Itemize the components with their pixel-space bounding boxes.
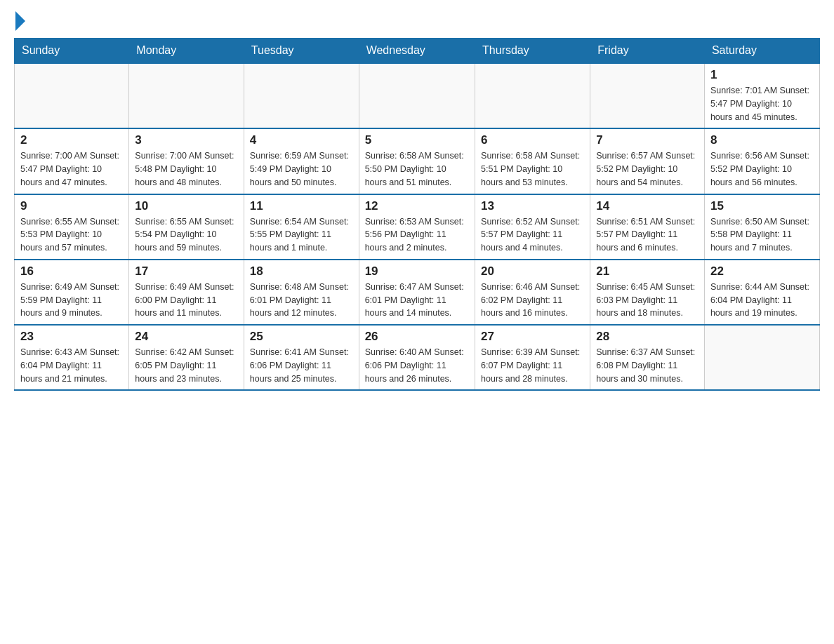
calendar-header-wednesday: Wednesday	[359, 39, 475, 64]
day-info: Sunrise: 6:58 AM Sunset: 5:51 PM Dayligh…	[481, 149, 584, 189]
day-number: 3	[135, 133, 238, 147]
calendar-week-row: 2Sunrise: 7:00 AM Sunset: 5:47 PM Daylig…	[15, 128, 820, 194]
calendar-header-monday: Monday	[129, 39, 244, 64]
calendar-cell: 20Sunrise: 6:46 AM Sunset: 6:02 PM Dayli…	[475, 260, 590, 325]
logo	[14, 14, 25, 31]
calendar-cell: 14Sunrise: 6:51 AM Sunset: 5:57 PM Dayli…	[590, 194, 705, 260]
calendar-cell: 6Sunrise: 6:58 AM Sunset: 5:51 PM Daylig…	[475, 128, 590, 194]
day-number: 21	[596, 264, 699, 279]
day-info: Sunrise: 6:58 AM Sunset: 5:50 PM Dayligh…	[365, 149, 469, 189]
calendar-cell	[244, 63, 359, 128]
day-info: Sunrise: 6:51 AM Sunset: 5:57 PM Dayligh…	[596, 215, 699, 255]
day-info: Sunrise: 7:00 AM Sunset: 5:48 PM Dayligh…	[135, 149, 238, 189]
calendar-cell: 25Sunrise: 6:41 AM Sunset: 6:06 PM Dayli…	[244, 325, 359, 390]
day-number: 17	[135, 264, 238, 279]
day-number: 18	[250, 264, 353, 279]
day-number: 13	[481, 199, 584, 213]
day-number: 5	[365, 133, 469, 147]
calendar-cell: 15Sunrise: 6:50 AM Sunset: 5:58 PM Dayli…	[704, 194, 819, 260]
day-number: 12	[365, 199, 469, 213]
calendar-cell: 21Sunrise: 6:45 AM Sunset: 6:03 PM Dayli…	[590, 260, 705, 325]
calendar-cell: 23Sunrise: 6:43 AM Sunset: 6:04 PM Dayli…	[15, 325, 129, 390]
day-number: 19	[365, 264, 469, 279]
day-info: Sunrise: 6:37 AM Sunset: 6:08 PM Dayligh…	[596, 346, 699, 385]
calendar-cell: 18Sunrise: 6:48 AM Sunset: 6:01 PM Dayli…	[244, 260, 359, 325]
day-info: Sunrise: 6:42 AM Sunset: 6:05 PM Dayligh…	[135, 346, 238, 385]
day-info: Sunrise: 6:55 AM Sunset: 5:54 PM Dayligh…	[135, 215, 238, 255]
day-info: Sunrise: 6:48 AM Sunset: 6:01 PM Dayligh…	[250, 281, 353, 320]
day-info: Sunrise: 6:46 AM Sunset: 6:02 PM Dayligh…	[481, 281, 584, 320]
calendar-cell: 26Sunrise: 6:40 AM Sunset: 6:06 PM Dayli…	[359, 325, 475, 390]
day-number: 8	[710, 133, 814, 147]
calendar-cell: 4Sunrise: 6:59 AM Sunset: 5:49 PM Daylig…	[244, 128, 359, 194]
calendar-week-row: 1Sunrise: 7:01 AM Sunset: 5:47 PM Daylig…	[15, 63, 820, 128]
page-header	[14, 14, 820, 31]
day-number: 9	[20, 199, 123, 213]
day-info: Sunrise: 6:47 AM Sunset: 6:01 PM Dayligh…	[365, 281, 469, 320]
calendar-header-sunday: Sunday	[15, 39, 129, 64]
calendar-cell: 8Sunrise: 6:56 AM Sunset: 5:52 PM Daylig…	[704, 128, 819, 194]
calendar-header-thursday: Thursday	[475, 39, 590, 64]
calendar-cell: 3Sunrise: 7:00 AM Sunset: 5:48 PM Daylig…	[129, 128, 244, 194]
calendar-cell: 9Sunrise: 6:55 AM Sunset: 5:53 PM Daylig…	[15, 194, 129, 260]
day-number: 10	[135, 199, 238, 213]
day-number: 25	[250, 330, 353, 344]
calendar-header-tuesday: Tuesday	[244, 39, 359, 64]
calendar-cell: 13Sunrise: 6:52 AM Sunset: 5:57 PM Dayli…	[475, 194, 590, 260]
calendar-cell: 1Sunrise: 7:01 AM Sunset: 5:47 PM Daylig…	[704, 63, 819, 128]
calendar-cell: 24Sunrise: 6:42 AM Sunset: 6:05 PM Dayli…	[129, 325, 244, 390]
day-info: Sunrise: 7:01 AM Sunset: 5:47 PM Dayligh…	[710, 84, 814, 123]
day-info: Sunrise: 6:49 AM Sunset: 5:59 PM Dayligh…	[20, 281, 123, 320]
day-info: Sunrise: 6:44 AM Sunset: 6:04 PM Dayligh…	[710, 281, 814, 320]
calendar-cell	[475, 63, 590, 128]
day-number: 28	[596, 330, 699, 344]
calendar-cell: 5Sunrise: 6:58 AM Sunset: 5:50 PM Daylig…	[359, 128, 475, 194]
day-number: 23	[20, 330, 123, 344]
day-info: Sunrise: 6:57 AM Sunset: 5:52 PM Dayligh…	[596, 149, 699, 189]
calendar-cell	[15, 63, 129, 128]
day-number: 20	[481, 264, 584, 279]
day-number: 15	[710, 199, 814, 213]
day-number: 14	[596, 199, 699, 213]
day-info: Sunrise: 6:55 AM Sunset: 5:53 PM Dayligh…	[20, 215, 123, 255]
day-info: Sunrise: 6:59 AM Sunset: 5:49 PM Dayligh…	[250, 149, 353, 189]
day-info: Sunrise: 6:56 AM Sunset: 5:52 PM Dayligh…	[710, 149, 814, 189]
calendar-cell: 22Sunrise: 6:44 AM Sunset: 6:04 PM Dayli…	[704, 260, 819, 325]
calendar-cell: 2Sunrise: 7:00 AM Sunset: 5:47 PM Daylig…	[15, 128, 129, 194]
day-number: 27	[481, 330, 584, 344]
calendar-cell: 10Sunrise: 6:55 AM Sunset: 5:54 PM Dayli…	[129, 194, 244, 260]
calendar-cell: 28Sunrise: 6:37 AM Sunset: 6:08 PM Dayli…	[590, 325, 705, 390]
calendar-cell	[704, 325, 819, 390]
day-info: Sunrise: 6:41 AM Sunset: 6:06 PM Dayligh…	[250, 346, 353, 385]
day-info: Sunrise: 6:53 AM Sunset: 5:56 PM Dayligh…	[365, 215, 469, 255]
calendar-week-row: 16Sunrise: 6:49 AM Sunset: 5:59 PM Dayli…	[15, 260, 820, 325]
logo-arrow-icon	[15, 11, 25, 31]
day-info: Sunrise: 6:43 AM Sunset: 6:04 PM Dayligh…	[20, 346, 123, 385]
day-info: Sunrise: 6:54 AM Sunset: 5:55 PM Dayligh…	[250, 215, 353, 255]
day-number: 26	[365, 330, 469, 344]
day-number: 4	[250, 133, 353, 147]
calendar-cell	[129, 63, 244, 128]
day-number: 2	[20, 133, 123, 147]
day-info: Sunrise: 6:40 AM Sunset: 6:06 PM Dayligh…	[365, 346, 469, 385]
calendar-week-row: 9Sunrise: 6:55 AM Sunset: 5:53 PM Daylig…	[15, 194, 820, 260]
calendar-header-saturday: Saturday	[704, 39, 819, 64]
day-number: 7	[596, 133, 699, 147]
day-number: 1	[710, 68, 814, 82]
calendar-cell: 12Sunrise: 6:53 AM Sunset: 5:56 PM Dayli…	[359, 194, 475, 260]
calendar-cell: 16Sunrise: 6:49 AM Sunset: 5:59 PM Dayli…	[15, 260, 129, 325]
calendar-cell	[590, 63, 705, 128]
calendar-cell: 27Sunrise: 6:39 AM Sunset: 6:07 PM Dayli…	[475, 325, 590, 390]
calendar-cell	[359, 63, 475, 128]
day-info: Sunrise: 6:49 AM Sunset: 6:00 PM Dayligh…	[135, 281, 238, 320]
day-number: 11	[250, 199, 353, 213]
calendar-cell: 19Sunrise: 6:47 AM Sunset: 6:01 PM Dayli…	[359, 260, 475, 325]
day-info: Sunrise: 6:39 AM Sunset: 6:07 PM Dayligh…	[481, 346, 584, 385]
day-number: 24	[135, 330, 238, 344]
calendar-header-row: SundayMondayTuesdayWednesdayThursdayFrid…	[15, 39, 820, 64]
day-number: 22	[710, 264, 814, 279]
day-info: Sunrise: 6:50 AM Sunset: 5:58 PM Dayligh…	[710, 215, 814, 255]
calendar-cell: 11Sunrise: 6:54 AM Sunset: 5:55 PM Dayli…	[244, 194, 359, 260]
calendar-header-friday: Friday	[590, 39, 705, 64]
day-info: Sunrise: 7:00 AM Sunset: 5:47 PM Dayligh…	[20, 149, 123, 189]
